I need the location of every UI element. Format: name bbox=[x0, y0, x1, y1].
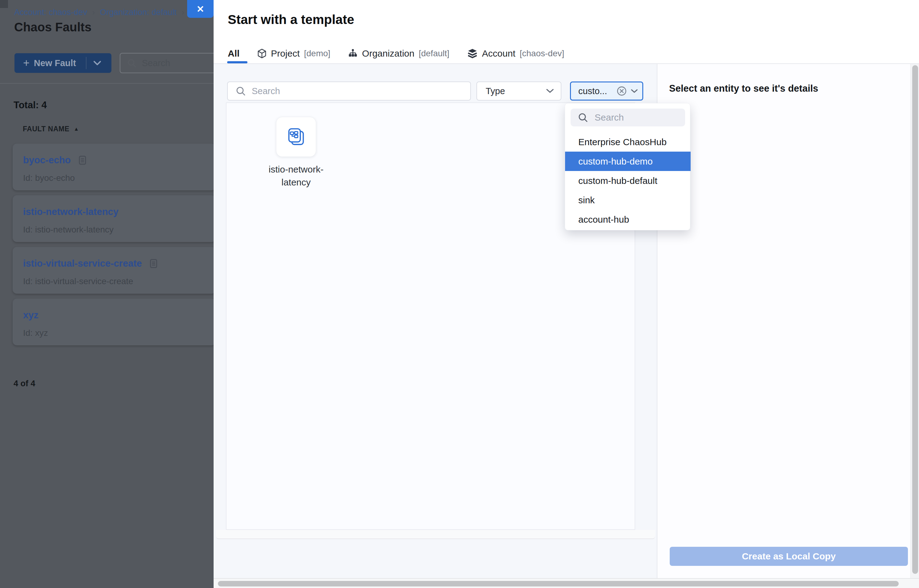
template-search-input[interactable] bbox=[251, 86, 448, 97]
vertical-scrollbar[interactable] bbox=[910, 64, 919, 578]
template-card-istio-network-latency[interactable]: istio-network-latency bbox=[256, 117, 336, 189]
fault-link[interactable]: istio-virtual-service-create bbox=[23, 258, 142, 269]
page-search bbox=[120, 53, 214, 73]
active-tab-underline bbox=[227, 61, 248, 63]
grid-footer-strip bbox=[216, 530, 655, 539]
chaoshub-filter-select[interactable]: custo... bbox=[570, 81, 643, 100]
total-count: Total: 4 bbox=[13, 100, 47, 111]
search-icon bbox=[127, 58, 136, 68]
fault-link[interactable]: istio-network-latency bbox=[23, 206, 118, 217]
search-icon bbox=[236, 86, 246, 96]
fault-id: Id: istio-network-latency bbox=[23, 225, 113, 235]
horizontal-scrollbar-thumb[interactable] bbox=[218, 581, 899, 586]
tab-label: All bbox=[228, 48, 240, 59]
cube-icon bbox=[257, 48, 266, 58]
dropdown-search-input[interactable] bbox=[594, 112, 680, 123]
dropdown-search bbox=[571, 108, 685, 126]
hub-option-account-hub[interactable]: account-hub bbox=[565, 210, 690, 229]
hub-option-sink[interactable]: sink bbox=[565, 191, 690, 210]
scope-tabs: All Project [demo] Organization [default… bbox=[228, 45, 564, 61]
page-search-input[interactable] bbox=[141, 58, 203, 69]
chevron-down-icon[interactable] bbox=[93, 61, 101, 66]
horizontal-scrollbar[interactable] bbox=[214, 578, 919, 588]
document-icon bbox=[79, 156, 86, 165]
sort-ascending-icon: ▲ bbox=[74, 126, 79, 132]
start-with-template-modal: ✕ Start with a template All Project [dem… bbox=[214, 0, 919, 588]
breadcrumb-separator-icon: › bbox=[182, 7, 184, 17]
tab-all[interactable]: All bbox=[228, 48, 240, 59]
breadcrumb: Account: chaos-dev › Organization: defau… bbox=[14, 7, 195, 17]
fault-name-column-header[interactable]: FAULT NAME ▲ bbox=[23, 125, 79, 133]
toolbar-divider bbox=[0, 83, 214, 84]
fault-link[interactable]: byoc-echo bbox=[23, 155, 71, 166]
tab-label: Organization bbox=[362, 48, 414, 59]
fault-link[interactable]: xyz bbox=[23, 310, 39, 321]
nav-corner bbox=[0, 0, 8, 8]
breadcrumb-account[interactable]: Account: chaos-dev bbox=[14, 8, 87, 17]
dropdown-options: Enterprise ChaosHub custom-hub-demo cust… bbox=[565, 132, 690, 229]
chaoshub-filter-value: custo... bbox=[578, 86, 616, 96]
page-title: Chaos Faults bbox=[14, 20, 91, 34]
chevron-down-icon[interactable] bbox=[630, 89, 638, 94]
fault-id: Id: byoc-echo bbox=[23, 173, 75, 183]
search-icon bbox=[578, 113, 588, 123]
details-panel: Select an entity to see it's details Cre… bbox=[657, 64, 919, 578]
chaos-faults-page: Account: chaos-dev › Organization: defau… bbox=[0, 0, 214, 588]
tab-badge: [default] bbox=[418, 48, 449, 58]
plus-icon: + bbox=[23, 57, 29, 69]
hub-option-custom-hub-demo[interactable]: custom-hub-demo bbox=[565, 152, 690, 171]
fault-row[interactable]: istio-virtual-service-create Id: istio-v… bbox=[13, 247, 214, 294]
column-header-label: FAULT NAME bbox=[23, 125, 70, 133]
details-empty-text: Select an entity to see it's details bbox=[669, 83, 819, 94]
clear-filter-icon[interactable] bbox=[616, 86, 627, 96]
fault-id: Id: xyz bbox=[23, 328, 48, 338]
tab-organization[interactable]: Organization [default] bbox=[348, 48, 449, 59]
breadcrumb-separator-icon: › bbox=[92, 7, 95, 17]
breadcrumb-organization[interactable]: Organization: default bbox=[100, 8, 177, 17]
chaoshub-dropdown: Enterprise ChaosHub custom-hub-demo cust… bbox=[565, 103, 690, 230]
template-workflow-icon bbox=[286, 127, 306, 147]
new-fault-label: New Fault bbox=[34, 58, 76, 68]
tab-label: Account bbox=[482, 48, 515, 59]
vertical-scrollbar-thumb[interactable] bbox=[912, 65, 918, 574]
hub-option-enterprise-chaoshub[interactable]: Enterprise ChaosHub bbox=[565, 132, 690, 152]
tab-badge: [chaos-dev] bbox=[520, 48, 564, 58]
chevron-down-icon bbox=[546, 89, 554, 94]
template-tile[interactable] bbox=[276, 117, 316, 157]
type-filter-select[interactable]: Type bbox=[477, 81, 561, 100]
tab-account[interactable]: Account [chaos-dev] bbox=[467, 48, 564, 59]
layers-icon bbox=[467, 48, 478, 58]
type-filter-label: Type bbox=[486, 86, 505, 96]
new-fault-button[interactable]: + New Fault bbox=[15, 53, 112, 73]
fault-row[interactable]: byoc-echo Id: byoc-echo bbox=[13, 144, 214, 191]
tab-badge: [demo] bbox=[304, 48, 331, 58]
tab-label: Project bbox=[271, 48, 300, 59]
fault-id: Id: istio-virtual-service-create bbox=[23, 276, 133, 286]
tab-project[interactable]: Project [demo] bbox=[257, 48, 330, 59]
pagination-count: 4 of 4 bbox=[13, 379, 36, 388]
template-name: istio-network-latency bbox=[262, 163, 330, 189]
hub-option-custom-hub-default[interactable]: custom-hub-default bbox=[565, 171, 690, 191]
fault-row[interactable]: xyz Id: xyz bbox=[13, 299, 214, 346]
button-divider bbox=[86, 57, 86, 69]
template-search bbox=[227, 81, 471, 100]
modal-title: Start with a template bbox=[228, 12, 354, 27]
create-local-copy-button[interactable]: Create as Local Copy bbox=[670, 547, 908, 566]
document-icon bbox=[150, 259, 157, 268]
close-button[interactable]: ✕ bbox=[187, 0, 214, 18]
fault-row[interactable]: istio-network-latency Id: istio-network-… bbox=[13, 195, 214, 242]
screen: Account: chaos-dev › Organization: defau… bbox=[0, 0, 919, 588]
org-chart-icon bbox=[348, 49, 358, 58]
